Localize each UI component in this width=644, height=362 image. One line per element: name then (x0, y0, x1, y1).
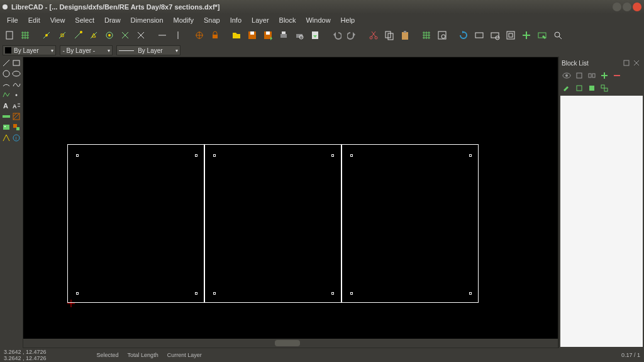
menu-help[interactable]: Help (336, 15, 360, 25)
mtext-tool[interactable]: A (12, 101, 22, 111)
menu-info[interactable]: Info (226, 15, 246, 25)
snap-free[interactable] (40, 28, 53, 42)
menu-file[interactable]: File (3, 15, 23, 25)
menu-modify[interactable]: Modify (169, 15, 198, 25)
menu-dimension[interactable]: Dimension (126, 15, 168, 25)
drawn-point (195, 154, 197, 157)
text-tool[interactable]: A (1, 101, 11, 111)
svg-rect-28 (250, 31, 254, 35)
close-button[interactable] (633, 3, 641, 11)
line-tool[interactable] (1, 58, 11, 68)
menu-snap[interactable]: Snap (199, 15, 225, 25)
horizontal-scrollbar[interactable] (23, 339, 549, 348)
block-insert-tool[interactable] (12, 122, 22, 132)
point-tool[interactable] (12, 90, 22, 100)
zoom-auto[interactable] (504, 28, 518, 42)
save-button[interactable] (245, 28, 259, 42)
dimension-tool[interactable] (1, 111, 11, 122)
svg-point-80 (4, 126, 6, 127)
block-remove-icon[interactable] (612, 71, 622, 81)
drawing-canvas[interactable] (23, 57, 558, 348)
restrict-h[interactable] (155, 28, 169, 42)
rectangle-tool[interactable] (12, 58, 22, 68)
restrict-v[interactable] (171, 28, 185, 42)
zoom-extents[interactable] (551, 28, 565, 42)
svg-rect-30 (266, 31, 270, 35)
image-tool[interactable] (1, 122, 11, 132)
float-panel-icon[interactable] (621, 58, 631, 68)
open-button[interactable] (230, 28, 243, 42)
redo-button[interactable] (345, 28, 359, 42)
block-visible-icon[interactable] (562, 71, 572, 81)
block-save-icon[interactable] (587, 83, 597, 93)
drawn-point (331, 292, 334, 295)
menu-window[interactable]: Window (301, 15, 335, 25)
svg-rect-82 (16, 127, 19, 130)
snap-grid[interactable] (55, 28, 69, 42)
zoom-previous[interactable] (472, 28, 486, 42)
spline-tool[interactable] (12, 79, 22, 89)
svg-rect-98 (589, 86, 594, 91)
menu-draw[interactable]: Draw (100, 15, 125, 25)
paste-button[interactable] (398, 28, 412, 42)
drawn-point (350, 292, 353, 295)
block-attributes-icon[interactable] (587, 71, 597, 81)
snap-intersection[interactable] (118, 28, 132, 42)
menu-layer[interactable]: Layer (247, 15, 274, 25)
snap-dist[interactable] (134, 28, 148, 42)
svg-marker-96 (564, 86, 569, 91)
block-add-icon[interactable] (574, 71, 584, 81)
menu-edit[interactable]: Edit (24, 15, 45, 25)
width-by-layer-select[interactable]: - By Layer - ▾ (60, 45, 113, 55)
drawn-point (195, 292, 197, 295)
info-tool[interactable]: i (12, 133, 22, 143)
block-new-icon[interactable] (599, 71, 609, 81)
scrollbar-thumb[interactable] (275, 340, 300, 346)
svg-point-89 (565, 74, 568, 77)
print-button[interactable] (277, 28, 291, 42)
redraw-button[interactable] (457, 28, 470, 42)
menu-block[interactable]: Block (275, 15, 301, 25)
save-as-button[interactable] (261, 28, 275, 42)
maximize-button[interactable] (623, 3, 631, 11)
zoom-pan[interactable] (519, 28, 533, 42)
modify-tool[interactable] (1, 133, 11, 143)
circle-tool[interactable] (1, 69, 11, 79)
block-insert-icon[interactable] (599, 83, 609, 93)
snap-middle[interactable] (87, 28, 101, 42)
svg-rect-0 (6, 31, 13, 39)
width-label: - By Layer - (62, 47, 95, 54)
undo-button[interactable] (330, 28, 343, 42)
block-rename-icon[interactable] (562, 83, 572, 93)
export-button[interactable] (308, 28, 322, 42)
snap-center[interactable] (103, 28, 116, 42)
svg-rect-32 (280, 34, 287, 38)
new-button[interactable] (3, 28, 16, 42)
zoom-window[interactable] (488, 28, 502, 42)
rel-zero[interactable] (192, 28, 206, 42)
polyline-tool[interactable] (1, 90, 11, 100)
copy-button[interactable] (382, 28, 396, 42)
lock-rel-zero[interactable] (208, 28, 222, 42)
block-list-body[interactable] (560, 96, 643, 347)
menu-view[interactable]: View (46, 15, 70, 25)
minimize-button[interactable] (613, 3, 621, 11)
svg-marker-56 (462, 31, 465, 33)
linetype-by-layer-select[interactable]: By Layer ▾ (116, 45, 180, 55)
hatch-tool[interactable] (12, 111, 22, 122)
svg-rect-91 (589, 74, 591, 77)
status-rel-coord: 3.2642 , 12.4726 (4, 355, 47, 361)
ellipse-tool[interactable] (12, 69, 22, 79)
print-preview-button[interactable] (292, 28, 306, 42)
draft-button[interactable] (435, 28, 449, 42)
close-panel-icon[interactable] (631, 58, 641, 68)
grid-button[interactable] (419, 28, 433, 42)
zoom-selection[interactable] (535, 28, 549, 42)
menu-select[interactable]: Select (70, 15, 99, 25)
block-edit-icon[interactable] (574, 83, 584, 93)
color-by-layer-select[interactable]: By Layer ▾ (3, 45, 56, 55)
grid-toggle[interactable] (18, 28, 32, 42)
snap-endpoint[interactable] (71, 28, 85, 42)
cut-button[interactable] (367, 28, 380, 42)
arc-tool[interactable] (1, 79, 11, 89)
